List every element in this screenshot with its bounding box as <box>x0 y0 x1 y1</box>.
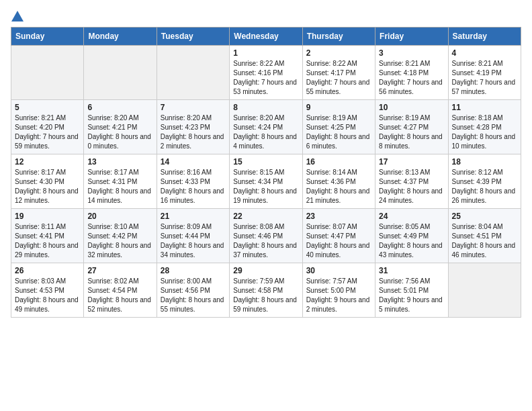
weekday-header-wednesday: Wednesday <box>230 28 302 46</box>
cell-info: Sunrise: 8:20 AMSunset: 4:21 PMDaylight:… <box>87 114 151 150</box>
calendar-week-row: 26 Sunrise: 8:03 AMSunset: 4:53 PMDaylig… <box>11 263 521 318</box>
day-number: 5 <box>15 103 80 112</box>
day-number: 16 <box>306 157 371 167</box>
day-number: 26 <box>15 266 80 275</box>
day-number: 12 <box>15 157 80 167</box>
logo <box>11 11 24 21</box>
day-number: 19 <box>15 212 80 221</box>
cell-info: Sunrise: 8:22 AMSunset: 4:16 PMDaylight:… <box>233 60 297 95</box>
cell-info: Sunrise: 8:13 AMSunset: 4:37 PMDaylight:… <box>379 169 443 204</box>
day-number: 30 <box>306 266 371 275</box>
calendar-cell: 13 Sunrise: 8:17 AMSunset: 4:31 PMDaylig… <box>84 154 157 209</box>
calendar-cell: 17 Sunrise: 8:13 AMSunset: 4:37 PMDaylig… <box>375 154 448 209</box>
calendar-cell: 1 Sunrise: 8:22 AMSunset: 4:16 PMDayligh… <box>230 46 302 100</box>
calendar-cell: 8 Sunrise: 8:20 AMSunset: 4:24 PMDayligh… <box>230 100 302 154</box>
day-number: 22 <box>233 212 298 221</box>
logo-triangle-icon <box>11 11 24 21</box>
cell-info: Sunrise: 8:04 AMSunset: 4:51 PMDaylight:… <box>452 223 516 259</box>
calendar-cell: 27 Sunrise: 8:02 AMSunset: 4:54 PMDaylig… <box>84 263 157 318</box>
cell-info: Sunrise: 8:16 AMSunset: 4:33 PMDaylight:… <box>161 169 224 204</box>
day-number: 25 <box>452 212 517 221</box>
weekday-header-sunday: Sunday <box>11 28 84 46</box>
day-number: 13 <box>87 157 152 167</box>
calendar-table: SundayMondayTuesdayWednesdayThursdayFrid… <box>11 27 521 318</box>
day-number: 20 <box>87 212 152 221</box>
calendar-cell: 29 Sunrise: 7:59 AMSunset: 4:58 PMDaylig… <box>230 263 302 318</box>
day-number: 1 <box>233 48 298 58</box>
calendar-cell: 20 Sunrise: 8:10 AMSunset: 4:42 PMDaylig… <box>84 209 157 263</box>
cell-info: Sunrise: 8:11 AMSunset: 4:41 PMDaylight:… <box>15 223 79 259</box>
day-number: 28 <box>161 266 226 275</box>
cell-info: Sunrise: 7:57 AMSunset: 5:00 PMDaylight:… <box>306 277 370 313</box>
day-number: 10 <box>379 103 444 112</box>
cell-info: Sunrise: 8:10 AMSunset: 4:42 PMDaylight:… <box>87 223 151 259</box>
calendar-cell: 26 Sunrise: 8:03 AMSunset: 4:53 PMDaylig… <box>11 263 84 318</box>
calendar-cell: 24 Sunrise: 8:05 AMSunset: 4:49 PMDaylig… <box>375 209 448 263</box>
calendar-cell: 25 Sunrise: 8:04 AMSunset: 4:51 PMDaylig… <box>448 209 521 263</box>
cell-info: Sunrise: 8:09 AMSunset: 4:44 PMDaylight:… <box>161 223 224 259</box>
day-number: 6 <box>87 103 152 112</box>
day-number: 3 <box>379 48 444 58</box>
calendar-cell: 16 Sunrise: 8:14 AMSunset: 4:36 PMDaylig… <box>302 154 375 209</box>
cell-info: Sunrise: 8:12 AMSunset: 4:39 PMDaylight:… <box>452 169 516 204</box>
page-header <box>11 11 521 21</box>
calendar-cell: 21 Sunrise: 8:09 AMSunset: 4:44 PMDaylig… <box>157 209 229 263</box>
day-number: 15 <box>233 157 298 167</box>
calendar-cell: 30 Sunrise: 7:57 AMSunset: 5:00 PMDaylig… <box>302 263 375 318</box>
calendar-week-row: 12 Sunrise: 8:17 AMSunset: 4:30 PMDaylig… <box>11 154 521 209</box>
cell-info: Sunrise: 8:07 AMSunset: 4:47 PMDaylight:… <box>306 223 370 259</box>
day-number: 31 <box>379 266 444 275</box>
calendar-week-row: 5 Sunrise: 8:21 AMSunset: 4:20 PMDayligh… <box>11 100 521 154</box>
cell-info: Sunrise: 8:05 AMSunset: 4:49 PMDaylight:… <box>379 223 443 259</box>
day-number: 29 <box>233 266 298 275</box>
calendar-cell <box>11 46 84 100</box>
weekday-header-friday: Friday <box>375 28 448 46</box>
day-number: 9 <box>306 103 371 112</box>
day-number: 11 <box>452 103 517 112</box>
calendar-cell: 14 Sunrise: 8:16 AMSunset: 4:33 PMDaylig… <box>157 154 229 209</box>
cell-info: Sunrise: 8:02 AMSunset: 4:54 PMDaylight:… <box>87 277 151 313</box>
calendar-cell: 5 Sunrise: 8:21 AMSunset: 4:20 PMDayligh… <box>11 100 84 154</box>
cell-info: Sunrise: 8:15 AMSunset: 4:34 PMDaylight:… <box>233 169 297 204</box>
calendar-cell: 19 Sunrise: 8:11 AMSunset: 4:41 PMDaylig… <box>11 209 84 263</box>
weekday-header-thursday: Thursday <box>302 28 375 46</box>
cell-info: Sunrise: 8:20 AMSunset: 4:24 PMDaylight:… <box>233 114 297 150</box>
calendar-cell: 28 Sunrise: 8:00 AMSunset: 4:56 PMDaylig… <box>157 263 229 318</box>
calendar-cell: 11 Sunrise: 8:18 AMSunset: 4:28 PMDaylig… <box>448 100 521 154</box>
cell-info: Sunrise: 8:21 AMSunset: 4:19 PMDaylight:… <box>452 60 516 95</box>
cell-info: Sunrise: 8:19 AMSunset: 4:27 PMDaylight:… <box>379 114 443 150</box>
cell-info: Sunrise: 7:59 AMSunset: 4:58 PMDaylight:… <box>233 277 297 313</box>
calendar-cell <box>157 46 229 100</box>
cell-info: Sunrise: 8:08 AMSunset: 4:46 PMDaylight:… <box>233 223 297 259</box>
weekday-header-monday: Monday <box>84 28 157 46</box>
calendar-cell: 4 Sunrise: 8:21 AMSunset: 4:19 PMDayligh… <box>448 46 521 100</box>
day-number: 27 <box>87 266 152 275</box>
cell-info: Sunrise: 8:21 AMSunset: 4:20 PMDaylight:… <box>15 114 79 150</box>
calendar-header-row: SundayMondayTuesdayWednesdayThursdayFrid… <box>11 28 521 46</box>
day-number: 18 <box>452 157 517 167</box>
calendar-cell: 10 Sunrise: 8:19 AMSunset: 4:27 PMDaylig… <box>375 100 448 154</box>
calendar-cell: 23 Sunrise: 8:07 AMSunset: 4:47 PMDaylig… <box>302 209 375 263</box>
day-number: 7 <box>161 103 226 112</box>
cell-info: Sunrise: 7:56 AMSunset: 5:01 PMDaylight:… <box>379 277 443 313</box>
cell-info: Sunrise: 8:17 AMSunset: 4:31 PMDaylight:… <box>87 169 151 204</box>
day-number: 21 <box>161 212 226 221</box>
calendar-cell: 15 Sunrise: 8:15 AMSunset: 4:34 PMDaylig… <box>230 154 302 209</box>
calendar-cell <box>84 46 157 100</box>
calendar-cell: 7 Sunrise: 8:20 AMSunset: 4:23 PMDayligh… <box>157 100 229 154</box>
calendar-cell: 31 Sunrise: 7:56 AMSunset: 5:01 PMDaylig… <box>375 263 448 318</box>
cell-info: Sunrise: 8:17 AMSunset: 4:30 PMDaylight:… <box>15 169 79 204</box>
weekday-header-saturday: Saturday <box>448 28 521 46</box>
day-number: 23 <box>306 212 371 221</box>
calendar-cell: 12 Sunrise: 8:17 AMSunset: 4:30 PMDaylig… <box>11 154 84 209</box>
calendar-cell: 6 Sunrise: 8:20 AMSunset: 4:21 PMDayligh… <box>84 100 157 154</box>
cell-info: Sunrise: 8:00 AMSunset: 4:56 PMDaylight:… <box>161 277 224 313</box>
day-number: 17 <box>379 157 444 167</box>
day-number: 14 <box>161 157 226 167</box>
cell-info: Sunrise: 8:14 AMSunset: 4:36 PMDaylight:… <box>306 169 370 204</box>
cell-info: Sunrise: 8:03 AMSunset: 4:53 PMDaylight:… <box>15 277 79 313</box>
calendar-week-row: 1 Sunrise: 8:22 AMSunset: 4:16 PMDayligh… <box>11 46 521 100</box>
day-number: 4 <box>452 48 517 58</box>
calendar-cell: 18 Sunrise: 8:12 AMSunset: 4:39 PMDaylig… <box>448 154 521 209</box>
cell-info: Sunrise: 8:19 AMSunset: 4:25 PMDaylight:… <box>306 114 370 150</box>
